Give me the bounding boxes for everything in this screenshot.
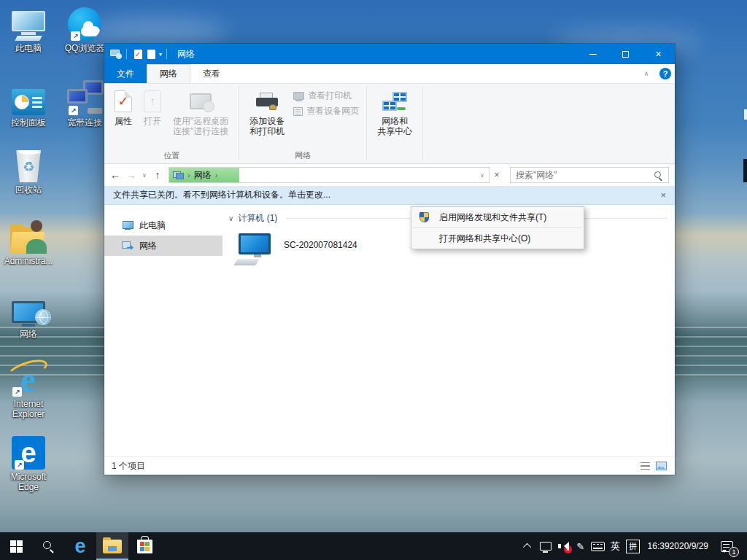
properties-button[interactable]: ✓ 属性 [109, 87, 137, 128]
ribbon: ✓ 属性 ↑ 打开 使用"远程桌面 连接"进行连接 位置 添加设备 和打印机 [104, 84, 675, 164]
webpage-icon [293, 107, 303, 116]
notification-text[interactable]: 文件共享已关闭。看不到网络计算机和设备。单击更改... [113, 189, 660, 201]
navigation-pane: 此电脑 网络 [104, 205, 222, 456]
search-icon [43, 541, 54, 552]
nav-item-network[interactable]: 网络 [104, 236, 222, 256]
breadcrumb-network[interactable]: 网络 [194, 169, 212, 182]
taskbar-edge-button[interactable]: e [64, 532, 96, 560]
desktop-icon-label: 网络 [20, 329, 37, 339]
app-network-icon [110, 50, 122, 59]
desktop-icon-internet-explorer[interactable]: e ↗ Internet Explorer [0, 360, 57, 419]
network-sharing-icon [382, 89, 407, 114]
tray-time: 16:39 [648, 541, 670, 552]
desktop-icon-recycle-bin[interactable]: ♻ 回收站 [0, 146, 57, 195]
network-icon [122, 241, 133, 250]
explorer-window: ✓ ▾ 网络 × 文件 网络 查看 ∧ ? ✓ 属性 ↑ 打开 [104, 44, 675, 475]
recent-locations-dropdown[interactable]: ∨ [139, 172, 150, 179]
ribbon-group-location: ✓ 属性 ↑ 打开 使用"远程桌面 连接"进行连接 位置 [104, 84, 239, 163]
pen-icon: ✎ [576, 541, 584, 552]
maximize-button[interactable] [609, 44, 642, 64]
menu-item-enable-discovery[interactable]: 启用网络发现和文件共享(T) [411, 208, 584, 227]
tray-overflow-button[interactable] [519, 532, 537, 560]
network-icon [9, 290, 48, 327]
search-box[interactable]: 搜索"网络" [510, 167, 669, 183]
tab-file[interactable]: 文件 [104, 64, 147, 83]
desktop-icon-microsoft-edge[interactable]: e ↗ Microsoft Edge [0, 433, 57, 492]
collapse-group-icon[interactable]: ∨ [228, 214, 233, 222]
properties-icon: ✓ [115, 89, 132, 114]
address-bar-row: ← → ∨ ↑ › 网络 › ∨ × 搜索"网络" [104, 164, 675, 186]
user-folder-icon [10, 217, 47, 254]
tray-network-button[interactable] [537, 532, 554, 560]
tray-pen-button[interactable]: ✎ [572, 532, 589, 560]
minimize-button[interactable] [576, 44, 609, 64]
desktop-icon-label: Microsoft Edge [11, 472, 47, 492]
close-button[interactable]: × [642, 44, 675, 64]
ribbon-group-sharing: 网络和 共享中心 [367, 84, 422, 163]
remote-desktop-button: 使用"远程桌面 连接"进行连接 [168, 87, 233, 139]
taskbar-search-button[interactable] [32, 532, 64, 560]
notification-close-icon[interactable]: × [660, 190, 666, 201]
breadcrumb[interactable]: › 网络 › [169, 169, 217, 182]
clock[interactable]: 16:39 2020/9/29 [642, 532, 714, 560]
desktop-icon-admin-folder[interactable]: Administra... [0, 217, 57, 266]
volume-muted-icon: × [558, 541, 568, 551]
keyboard-icon [591, 542, 605, 551]
network-printer-icon [293, 92, 304, 100]
internet-explorer-icon: e ↗ [9, 360, 47, 397]
computer-name: SC-202007081424 [284, 240, 357, 250]
desktop-icon-control-panel[interactable]: 控制面板 [0, 79, 57, 128]
start-button[interactable] [0, 532, 32, 560]
tray-touch-keyboard-button[interactable] [589, 532, 607, 560]
edge-icon: e [74, 537, 85, 556]
this-pc-icon [122, 221, 133, 230]
sharing-notification-bar[interactable]: 文件共享已关闭。看不到网络计算机和设备。单击更改... × [104, 186, 675, 205]
computer-item[interactable]: SC-202007081424 [239, 233, 406, 265]
tab-view[interactable]: 查看 [190, 64, 233, 83]
taskbar: e × ✎ 英 拼 16:39 2020/9/29 1 [0, 532, 747, 560]
notification-badge: 1 [729, 547, 739, 557]
qat-new-folder-button[interactable] [144, 44, 158, 64]
up-button[interactable]: ↑ [150, 169, 166, 181]
titlebar[interactable]: ✓ ▾ 网络 × [104, 44, 675, 64]
large-icons-view-button[interactable] [654, 460, 667, 472]
shortcut-arrow-icon: ↗ [12, 387, 22, 397]
back-button[interactable]: ← [107, 169, 123, 181]
this-pc-icon [12, 4, 45, 41]
qat-properties-button[interactable]: ✓ [131, 44, 144, 64]
forward-button: → [123, 169, 139, 181]
desktop-icon-network[interactable]: 网络 [0, 290, 57, 339]
stop-button[interactable]: × [489, 170, 504, 180]
desktop-icon-this-pc[interactable]: 此电脑 [0, 4, 57, 53]
nav-item-this-pc[interactable]: 此电脑 [104, 215, 222, 236]
control-panel-icon [12, 79, 45, 115]
details-view-button[interactable] [638, 460, 651, 472]
computer-icon [239, 233, 276, 265]
wallpaper-artifact [744, 109, 747, 120]
ime-mode-button[interactable]: 拼 [624, 532, 642, 560]
desktop-icon-label: 宽带连接 [67, 117, 102, 128]
address-dropdown-button[interactable]: ∨ [476, 172, 489, 179]
windows-logo-icon [10, 540, 23, 553]
taskbar-explorer-button[interactable] [96, 532, 128, 560]
tray-volume-button[interactable]: × [554, 532, 572, 560]
item-count: 1 个项目 [112, 460, 635, 472]
address-bar[interactable]: › 网络 › ∨ [169, 167, 489, 183]
action-center-button[interactable]: 1 [714, 532, 739, 560]
help-button[interactable]: ? [656, 64, 675, 83]
ime-language-indicator[interactable]: 英 [607, 532, 624, 560]
ribbon-group-network: 添加设备 和打印机 查看打印机 查看设备网页 网络 [239, 84, 366, 163]
shortcut-arrow-icon: ↗ [15, 460, 24, 470]
collapse-ribbon-button[interactable]: ∧ [637, 64, 656, 83]
folder-icon [103, 540, 122, 553]
network-sharing-center-button[interactable]: 网络和 共享中心 [372, 87, 417, 139]
microsoft-edge-icon: e ↗ [12, 433, 45, 470]
tab-network[interactable]: 网络 [147, 64, 190, 83]
view-device-webpage-button: 查看设备网页 [293, 105, 359, 117]
add-devices-button[interactable]: 添加设备 和打印机 [244, 87, 290, 139]
search-placeholder: 搜索"网络" [516, 169, 654, 182]
menu-item-open-sharing-center[interactable]: 打开网络和共享中心(O) [411, 229, 584, 248]
taskbar-store-button[interactable] [128, 532, 160, 560]
remote-desktop-icon [190, 89, 212, 114]
qat-customize-dropdown[interactable]: ▾ [159, 51, 162, 58]
